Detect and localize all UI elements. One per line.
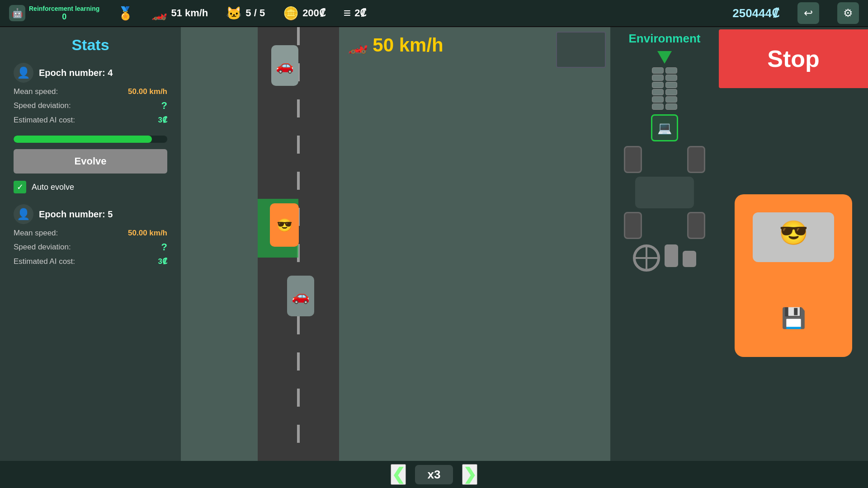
net-node xyxy=(665,75,677,81)
pedal-2 xyxy=(683,251,696,267)
env-arrow-down xyxy=(657,51,672,64)
progress-bar-fill xyxy=(14,136,152,143)
speed-dev-row-2: Speed deviation: ? xyxy=(14,241,167,253)
mode-title: Reinforcement learning xyxy=(29,5,99,12)
progress-bar-wrap xyxy=(14,136,167,143)
auto-evolve-checkbox[interactable]: ✓ xyxy=(14,181,26,193)
big-car-chip-icon: 💾 xyxy=(781,306,806,330)
big-car-cat-icon: 😎 xyxy=(779,219,808,247)
stack-icon: ≡ xyxy=(344,6,351,20)
epoch-1-header: 👤 Epoch number: 4 xyxy=(14,63,167,83)
speed-icon: 🏎️ xyxy=(151,6,167,21)
big-car: 😎 💾 xyxy=(735,194,852,357)
speed-dev-row-1: Speed deviation: ? xyxy=(14,100,167,112)
top-bar: 🤖 Reinforcement learning 0 🏅 🏎️ 51 km/h … xyxy=(0,0,868,27)
speed-multiplier: x3 xyxy=(415,465,453,484)
stacks-stat: ≡ 2₡ xyxy=(344,6,367,20)
controls-row xyxy=(633,244,696,272)
car-body-diag xyxy=(635,177,694,208)
net-node xyxy=(652,103,664,110)
game-area: 🏎️ 50 km/h 🚗 😎 🚗 xyxy=(181,27,610,461)
speed-increase-button[interactable]: ❯ xyxy=(462,464,477,485)
cats-stat: 🐱 5 / 5 xyxy=(226,6,265,21)
wheel-tl xyxy=(624,146,642,173)
speed-dev-key-1: Speed deviation: xyxy=(14,101,71,110)
evolve-button[interactable]: Evolve xyxy=(14,149,167,174)
epoch-1-label: Epoch number: 4 xyxy=(39,68,113,78)
top-wheels xyxy=(624,146,705,173)
cat-icon: 🐱 xyxy=(226,6,242,21)
speed-stat: 🏎️ 51 km/h xyxy=(151,6,208,21)
ai-cost-row-2: Estimated AI cost: 3₡ xyxy=(14,257,167,266)
net-node xyxy=(665,67,677,74)
net-node xyxy=(665,103,677,110)
coins-value: 200₡ xyxy=(302,7,326,19)
wheel-bl xyxy=(624,212,642,239)
stacks-value: 2₡ xyxy=(354,7,366,19)
main-content: Stats 👤 Epoch number: 4 Mean speed: 50.0… xyxy=(0,27,868,461)
mean-speed-key-1: Mean speed: xyxy=(14,87,58,96)
net-node xyxy=(652,75,664,81)
speed-value: 51 km/h xyxy=(171,7,208,19)
speed-decrease-button[interactable]: ❮ xyxy=(391,464,406,485)
epoch-2-icon: 👤 xyxy=(14,204,33,224)
ai-cost-val-2: 3₡ xyxy=(158,257,167,266)
environment-panel: Environment xyxy=(610,27,719,461)
npc-car-2: 🚗 xyxy=(287,276,314,316)
mode-indicator: 🤖 Reinforcement learning 0 xyxy=(9,5,99,22)
award-icon: 🏅 xyxy=(118,6,133,21)
wheel-tr xyxy=(687,146,705,173)
epoch-1-icon: 👤 xyxy=(14,63,33,83)
cpu-chip: 💻 xyxy=(651,114,678,141)
stats-title: Stats xyxy=(14,36,167,54)
stop-button[interactable]: Stop xyxy=(719,29,868,88)
net-node xyxy=(652,96,664,103)
mean-speed-row-2: Mean speed: 50.00 km/h xyxy=(14,229,167,238)
steering-wheel xyxy=(633,244,660,272)
epoch-1-block: 👤 Epoch number: 4 Mean speed: 50.00 km/h… xyxy=(14,63,167,125)
mean-speed-val-1: 50.00 km/h xyxy=(128,87,167,96)
epoch-2-block: 👤 Epoch number: 5 Mean speed: 50.00 km/h… xyxy=(14,204,167,266)
auto-evolve-label: Auto evolve xyxy=(32,183,74,192)
stats-panel: Stats 👤 Epoch number: 4 Mean speed: 50.0… xyxy=(0,27,181,461)
settings-button[interactable]: ⚙ xyxy=(837,2,859,24)
cats-value: 5 / 5 xyxy=(245,7,265,19)
speed-dev-key-2: Speed deviation: xyxy=(14,243,71,252)
speed-display: 🏎️ 50 km/h xyxy=(348,34,443,56)
mode-value: 0 xyxy=(29,12,99,22)
net-node xyxy=(665,82,677,88)
wheel-br xyxy=(687,212,705,239)
coins-stat: 🪙 200₡ xyxy=(283,6,326,21)
mean-speed-val-2: 50.00 km/h xyxy=(128,229,167,238)
back-button[interactable]: ↩ xyxy=(797,2,819,24)
auto-evolve-row: ✓ Auto evolve xyxy=(14,181,167,193)
bottom-wheels xyxy=(624,212,705,239)
speed-gauge-icon: 🏎️ xyxy=(348,36,368,55)
total-coins-value: 250444₡ xyxy=(732,6,779,20)
mode-icon: 🤖 xyxy=(9,5,25,21)
speed-display-value: 50 km/h xyxy=(373,34,443,56)
bottom-bar: ❮ x3 ❯ xyxy=(0,461,868,488)
right-car-panel: 😎 💾 xyxy=(719,27,868,461)
ai-cost-key-2: Estimated AI cost: xyxy=(14,257,75,266)
ai-cost-row-1: Estimated AI cost: 3₡ xyxy=(14,115,167,125)
award-stat: 🏅 xyxy=(118,6,133,21)
ai-cost-val-1: 3₡ xyxy=(158,115,167,125)
npc-car-1: 🚗 xyxy=(271,45,298,86)
network-inputs xyxy=(652,67,677,110)
net-node xyxy=(652,67,664,74)
environment-title: Environment xyxy=(629,32,701,46)
player-car: 😎 xyxy=(270,203,299,247)
ai-cost-key-1: Estimated AI cost: xyxy=(14,116,75,125)
net-node xyxy=(665,96,677,103)
epoch-2-label: Epoch number: 5 xyxy=(39,209,113,220)
epoch-2-header: 👤 Epoch number: 5 xyxy=(14,204,167,224)
mean-speed-row-1: Mean speed: 50.00 km/h xyxy=(14,87,167,96)
total-currency: 250444₡ xyxy=(732,6,779,20)
coin-icon: 🪙 xyxy=(283,6,299,21)
pedal-1 xyxy=(665,244,678,267)
net-node xyxy=(652,89,664,95)
speed-dev-val-1: ? xyxy=(161,100,167,112)
speed-dev-val-2: ? xyxy=(161,241,167,253)
mini-map xyxy=(556,32,606,68)
